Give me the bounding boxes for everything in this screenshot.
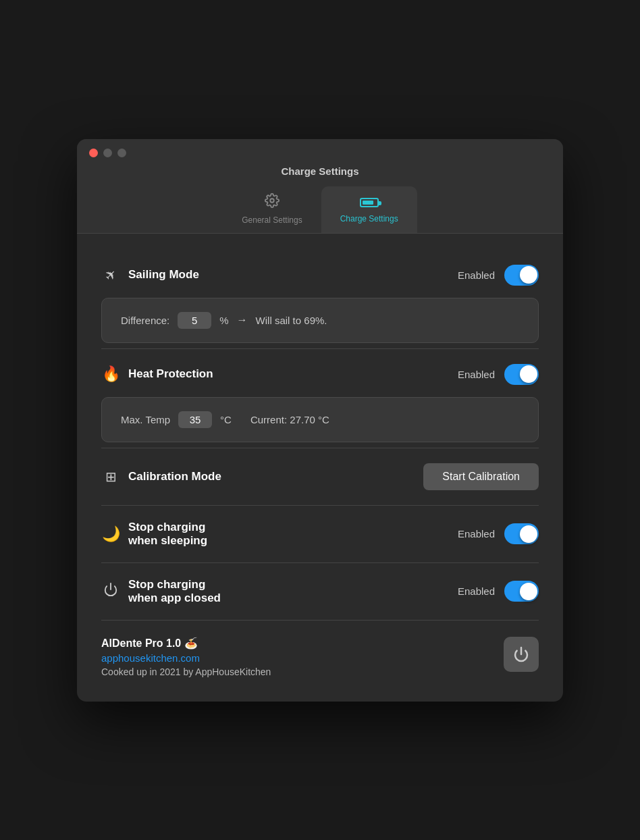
stop-charging-sleeping-row: 🌙 Stop charging when sleeping Enabled (101, 508, 539, 560)
minimize-button[interactable] (103, 149, 112, 157)
sailing-mode-title: Sailing Mode (128, 268, 199, 282)
heat-protection-left: 🔥 Heat Protection (101, 365, 213, 383)
traffic-lights (89, 149, 551, 157)
calibration-icon: ⊞ (101, 469, 120, 485)
power-button[interactable] (504, 637, 539, 672)
heat-protection-toggle[interactable] (504, 364, 539, 385)
stop-charging-sleeping-toggle[interactable] (504, 523, 539, 544)
separator-5 (101, 620, 539, 621)
sailing-mode-info-box: Difference: % → Will sail to 69%. (101, 298, 539, 343)
gear-icon (265, 193, 279, 212)
percent-symbol: % (219, 315, 228, 326)
battery-icon (360, 193, 379, 211)
footer-link[interactable]: apphousekitchen.com (101, 652, 271, 664)
power-icon (101, 582, 120, 601)
footer-credit: Cooked up in 2021 by AppHouseKitchen (101, 666, 271, 677)
stop-charging-sleeping-right: Enabled (458, 523, 539, 544)
sailing-icon: ✈ (99, 263, 124, 288)
stop-charging-closed-right: Enabled (458, 581, 539, 602)
separator-3 (101, 505, 539, 506)
stop-charging-sleeping-status: Enabled (458, 528, 495, 540)
will-sail-text: Will sail to 69%. (256, 315, 327, 326)
power-btn-icon (513, 646, 529, 662)
stop-charging-closed-toggle[interactable] (504, 581, 539, 602)
heat-protection-right: Enabled (458, 364, 539, 385)
separator-4 (101, 562, 539, 563)
temp-unit: °C (220, 414, 232, 425)
max-temp-label: Max. Temp (121, 414, 170, 425)
heat-protection-row: 🔥 Heat Protection Enabled (101, 352, 539, 397)
difference-input[interactable] (178, 312, 211, 329)
sleep-icon: 🌙 (101, 525, 120, 543)
calibration-mode-left: ⊞ Calibration Mode (101, 469, 221, 485)
footer-text: AlDente Pro 1.0 🍝 apphousekitchen.com Co… (101, 637, 271, 677)
calibration-mode-row: ⊞ Calibration Mode Start Calibration (101, 451, 539, 502)
separator-1 (101, 348, 539, 349)
stop-charging-closed-left: Stop charging when app closed (101, 578, 221, 605)
sailing-mode-right: Enabled (458, 265, 539, 286)
tab-general-settings[interactable]: General Settings (223, 186, 321, 233)
stop-charging-closed-status: Enabled (458, 585, 495, 597)
start-calibration-button[interactable]: Start Calibration (423, 463, 539, 490)
max-temp-input[interactable] (178, 411, 212, 428)
titlebar: Charge Settings General Settings (77, 139, 563, 234)
stop-charging-sleeping-left: 🌙 Stop charging when sleeping (101, 521, 207, 548)
sailing-mode-toggle[interactable] (504, 265, 539, 286)
maximize-button[interactable] (117, 149, 126, 157)
heat-protection-status: Enabled (458, 369, 495, 380)
content-area: ✈ Sailing Mode Enabled Difference: % → W… (77, 234, 563, 702)
tab-bar: General Settings Charge Settings (89, 186, 551, 233)
calibration-mode-title: Calibration Mode (128, 470, 221, 483)
tab-charge-settings[interactable]: Charge Settings (321, 186, 417, 233)
arrow-icon: → (237, 314, 248, 326)
stop-charging-closed-row: Stop charging when app closed Enabled (101, 566, 539, 617)
stop-charging-sleeping-title: Stop charging when sleeping (128, 521, 207, 548)
difference-label: Difference: (121, 315, 169, 326)
current-temp-text: Current: 27.70 °C (250, 414, 329, 425)
tab-charge-label: Charge Settings (340, 214, 398, 224)
app-name: AlDente Pro 1.0 🍝 (101, 637, 271, 650)
heat-icon: 🔥 (101, 365, 120, 383)
svg-point-0 (270, 199, 274, 203)
heat-protection-title: Heat Protection (128, 367, 213, 381)
sailing-mode-row: ✈ Sailing Mode Enabled (101, 253, 539, 298)
close-button[interactable] (89, 149, 98, 157)
tab-general-label: General Settings (242, 215, 302, 225)
separator-2 (101, 448, 539, 448)
sailing-mode-left: ✈ Sailing Mode (101, 267, 199, 283)
footer: AlDente Pro 1.0 🍝 apphousekitchen.com Co… (101, 623, 539, 680)
heat-protection-info-box: Max. Temp °C Current: 27.70 °C (101, 397, 539, 442)
window-title: Charge Settings (89, 165, 551, 177)
stop-charging-closed-title: Stop charging when app closed (128, 578, 221, 605)
sailing-mode-status: Enabled (458, 269, 495, 281)
app-window: Charge Settings General Settings (77, 139, 563, 702)
